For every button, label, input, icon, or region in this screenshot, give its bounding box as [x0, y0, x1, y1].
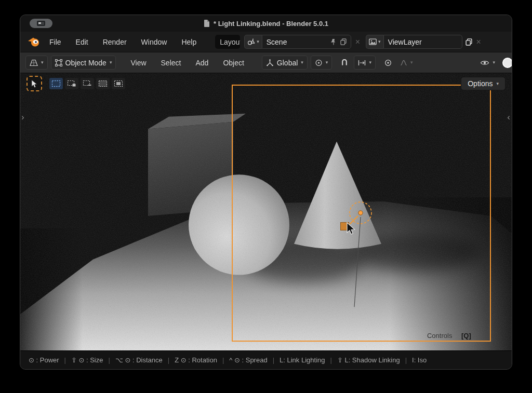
- grain-shadow-layer: [20, 73, 512, 350]
- menu-viewport-view[interactable]: View: [123, 56, 153, 70]
- hint-isolate: I: Iso: [412, 356, 427, 364]
- scene-name-text: Scene: [267, 38, 327, 46]
- scene-unlink-button[interactable]: ×: [354, 37, 362, 47]
- viewlayer-remove-button[interactable]: ×: [475, 37, 483, 47]
- viewlayer-browse-button[interactable]: ▾: [366, 35, 383, 49]
- select-invert-icon: [98, 80, 108, 87]
- cursor-icon: [31, 79, 38, 88]
- viewlayer-selector: ▾ ViewLayer ×: [366, 35, 483, 49]
- chevron-down-icon: ▾: [496, 82, 499, 86]
- chevron-down-icon: ▾: [257, 39, 259, 44]
- menu-help[interactable]: Help: [174, 35, 204, 49]
- divider: |: [222, 356, 224, 364]
- chevron-down-icon: ▾: [326, 60, 328, 65]
- document-icon: [204, 20, 210, 27]
- options-dropdown[interactable]: Options ▾: [461, 77, 506, 90]
- workspace-tab-label: Layout: [220, 38, 240, 46]
- titlebar: * Light Linking.blend - Blender 5.0.1: [20, 15, 512, 32]
- snap-toggle[interactable]: [338, 56, 351, 70]
- select-mode-new[interactable]: [49, 78, 63, 89]
- proportional-falloff-dropdown[interactable]: ▾: [397, 56, 416, 70]
- editor-3d-viewport-icon: [30, 59, 38, 66]
- select-mode-intersect[interactable]: [112, 78, 125, 89]
- hint-rotation: Z ⊙ : Rotation: [175, 356, 217, 364]
- scene-icon: [247, 38, 255, 45]
- topbar: File Edit Render Window Help Layout ▾ Sc…: [20, 32, 512, 52]
- menu-window[interactable]: Window: [134, 35, 175, 49]
- magnet-icon: [341, 59, 348, 66]
- window-controls-button[interactable]: [30, 19, 52, 28]
- viewport-menus: View Select Add Object: [123, 56, 251, 70]
- mode-dropdown[interactable]: Object Mode ▾: [51, 56, 116, 70]
- menu-edit[interactable]: Edit: [69, 35, 96, 49]
- pivot-dropdown[interactable]: ▾: [311, 56, 332, 70]
- blender-logo-icon[interactable]: [28, 37, 40, 47]
- object-mode-icon: [55, 59, 62, 66]
- orientation-dropdown[interactable]: Global ▾: [262, 56, 308, 70]
- hint-distance: ⌥ ⊙ : Distance: [115, 356, 163, 364]
- viewport-3d[interactable]: Controls [Q]: [20, 73, 512, 350]
- scene-browse-button[interactable]: ▾: [244, 35, 262, 49]
- select-intersect-icon: [114, 80, 123, 87]
- select-mode-subtract[interactable]: [81, 78, 94, 89]
- editor-type-button[interactable]: ▾: [25, 56, 48, 70]
- viewport-header: ▾ Object Mode ▾ View Select Add Object: [20, 52, 512, 73]
- light-object[interactable]: [358, 211, 363, 215]
- sidebar-expand-arrow[interactable]: ‹: [507, 113, 510, 121]
- pin-icon[interactable]: [331, 38, 336, 45]
- snap-settings-dropdown[interactable]: ▾: [354, 56, 376, 70]
- divider: |: [330, 356, 332, 364]
- hint-spread: ^ ⊙ : Spread: [229, 356, 267, 364]
- tool-header: Options ▾: [26, 76, 506, 91]
- desktop: * Light Linking.blend - Blender 5.0.1 Fi…: [0, 0, 532, 393]
- chevron-down-icon: ▾: [369, 60, 371, 65]
- select-mode-group: [49, 78, 125, 89]
- menu-render[interactable]: Render: [96, 35, 134, 49]
- menu-viewport-select[interactable]: Select: [154, 56, 189, 70]
- shading-sphere-icon[interactable]: [502, 58, 512, 68]
- divider: |: [405, 356, 407, 364]
- rendered-scene: Controls [Q]: [20, 73, 512, 350]
- hint-power: ⊙ : Power: [29, 356, 59, 364]
- blender-window: * Light Linking.blend - Blender 5.0.1 Fi…: [20, 15, 512, 370]
- hint-size: ⇧ ⊙ : Size: [71, 356, 103, 364]
- proportional-editing-toggle[interactable]: [382, 56, 394, 70]
- snap-increment-icon: [358, 60, 366, 66]
- divider: |: [64, 356, 66, 364]
- tool-tweak-button[interactable]: [26, 76, 42, 91]
- menu-viewport-add[interactable]: Add: [188, 56, 216, 70]
- overlays-dropdown[interactable]: ▾: [476, 56, 499, 70]
- new-viewlayer-icon[interactable]: [466, 38, 472, 46]
- controls-hint-text: Controls: [427, 332, 453, 340]
- toolbar-expand-arrow[interactable]: ›: [21, 113, 24, 121]
- falloff-curve-icon: [400, 60, 407, 66]
- window-title: * Light Linking.blend - Blender 5.0.1: [204, 20, 328, 28]
- menu-viewport-object[interactable]: Object: [216, 56, 251, 70]
- scene-name-field[interactable]: Scene: [262, 35, 351, 49]
- hint-shadow-linking: ⇧ L: Shadow Linking: [337, 356, 400, 364]
- options-label: Options: [468, 79, 493, 88]
- select-extend-icon: [67, 80, 76, 87]
- duplicate-scene-icon[interactable]: [340, 38, 347, 45]
- viewlayer-name-text: ViewLayer: [388, 38, 458, 46]
- hint-link-lighting: L: Link Lighting: [280, 356, 325, 364]
- divider: |: [168, 356, 169, 364]
- chevron-down-icon: ▾: [41, 60, 44, 65]
- select-mode-extend[interactable]: [65, 78, 78, 89]
- orientation-label: Global: [277, 59, 298, 67]
- chevron-down-icon: ▾: [410, 60, 413, 65]
- chevron-down-icon: ▾: [493, 60, 495, 65]
- orientation-axes-icon: [266, 59, 274, 66]
- select-mode-invert[interactable]: [96, 78, 110, 89]
- workspace-tab-layout[interactable]: Layout: [215, 35, 240, 49]
- window-title-text: * Light Linking.blend - Blender 5.0.1: [214, 20, 328, 28]
- select-new-icon: [51, 80, 61, 87]
- statusbar: ⊙ : Power | ⇧ ⊙ : Size | ⌥ ⊙ : Distance …: [20, 350, 512, 369]
- scene-selector: ▾ Scene ×: [244, 35, 362, 49]
- viewlayer-name-field[interactable]: ViewLayer: [383, 35, 462, 49]
- chevron-down-icon: ▾: [301, 60, 303, 65]
- menu-file[interactable]: File: [42, 35, 69, 49]
- divider: |: [273, 356, 274, 364]
- select-subtract-icon: [83, 80, 92, 87]
- window-preview-icon: [37, 21, 45, 26]
